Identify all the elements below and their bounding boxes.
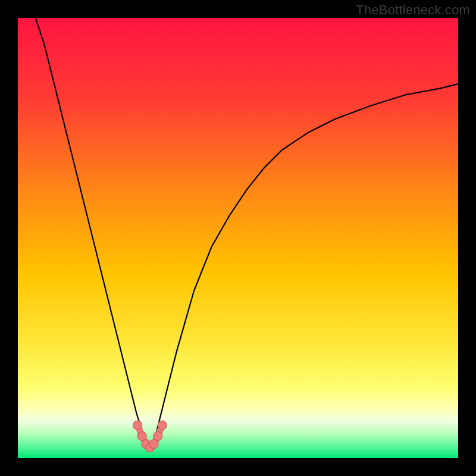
marker-dot (158, 421, 167, 430)
attribution-watermark: TheBottleneck.com (356, 2, 470, 18)
figure-root: TheBottleneck.com (0, 0, 476, 476)
gradient-background (18, 18, 458, 458)
marker-dot (137, 432, 146, 441)
marker-dot (154, 432, 162, 441)
marker-dot (149, 440, 158, 449)
marker-dot (133, 421, 142, 430)
plot-area (18, 18, 458, 458)
chart-svg (18, 18, 458, 458)
